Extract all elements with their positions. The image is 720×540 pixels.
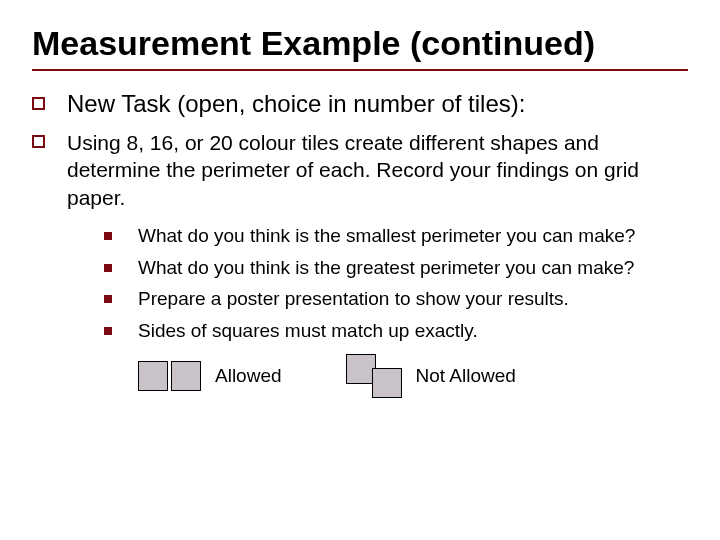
bullet-level2-text: Using 8, 16, or 20 colour tiles create d… [67,129,688,211]
slide-title: Measurement Example (continued) [32,24,688,63]
sub-bullet-text: What do you think is the greatest perime… [138,255,634,281]
sub-bullet-item: What do you think is the smallest perime… [104,223,688,249]
not-allowed-label: Not Allowed [416,365,516,387]
sub-bullet-list: What do you think is the smallest perime… [32,223,688,344]
tile-icon [138,361,168,391]
sub-bullet-text: What do you think is the smallest perime… [138,223,635,249]
tile-icon [171,361,201,391]
filled-square-icon [104,264,112,272]
tiles-not-allowed [346,354,402,398]
bullet-level2: Using 8, 16, or 20 colour tiles create d… [32,129,688,211]
sub-bullet-item: Prepare a poster presentation to show yo… [104,286,688,312]
filled-square-icon [104,327,112,335]
filled-square-icon [104,232,112,240]
diagram-row: Allowed Not Allowed [32,354,688,398]
sub-bullet-text: Sides of squares must match up exactly. [138,318,478,344]
filled-square-icon [104,295,112,303]
bullet-level1-text: New Task (open, choice in number of tile… [67,89,525,119]
sub-bullet-item: Sides of squares must match up exactly. [104,318,688,344]
sub-bullet-text: Prepare a poster presentation to show yo… [138,286,569,312]
allowed-label: Allowed [215,365,282,387]
hollow-square-icon [32,135,45,148]
tiles-allowed [138,361,201,391]
title-underline [32,69,688,71]
bullet-level1: New Task (open, choice in number of tile… [32,89,688,119]
tile-icon [372,368,402,398]
sub-bullet-item: What do you think is the greatest perime… [104,255,688,281]
hollow-square-icon [32,97,45,110]
